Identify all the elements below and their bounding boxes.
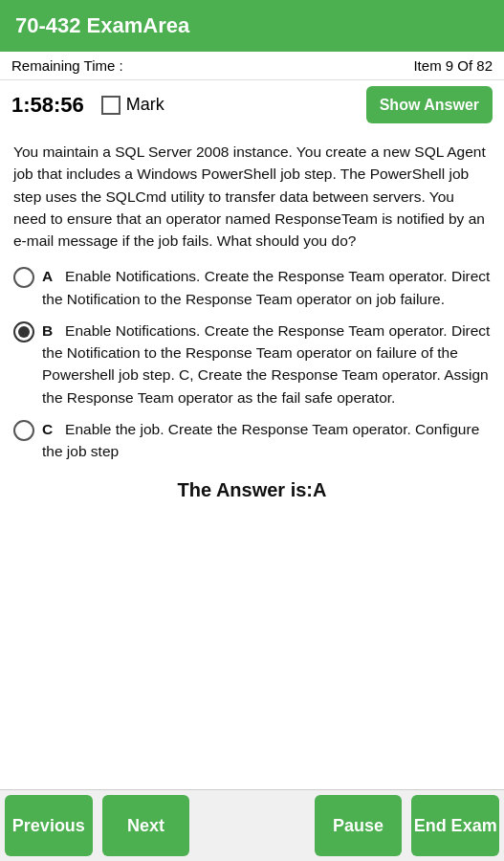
answer-display: The Answer is:A xyxy=(13,475,491,504)
option-b-radio[interactable] xyxy=(13,321,34,342)
mark-label: Mark xyxy=(126,95,164,115)
timer-row: 1:58:56 Mark Show Answer xyxy=(0,80,504,131)
app-title: 70-432 ExamArea xyxy=(15,13,189,37)
option-b-row[interactable]: B Enable Notifications. Create the Respo… xyxy=(13,320,491,408)
option-c-radio[interactable] xyxy=(13,420,34,441)
pause-button[interactable]: Pause xyxy=(315,795,403,856)
mark-row: Mark xyxy=(101,95,164,115)
timer-display: 1:58:56 xyxy=(11,93,84,118)
option-a-radio[interactable] xyxy=(13,267,34,288)
show-answer-button[interactable]: Show Answer xyxy=(366,86,493,123)
app-header: 70-432 ExamArea xyxy=(0,0,504,52)
question-area: You maintain a SQL Server 2008 instance.… xyxy=(0,131,504,789)
option-b-label: B Enable Notifications. Create the Respo… xyxy=(42,320,491,408)
question-text: You maintain a SQL Server 2008 instance.… xyxy=(13,141,491,252)
previous-button[interactable]: Previous xyxy=(5,795,93,856)
spacer xyxy=(199,795,304,856)
option-a-row[interactable]: A Enable Notifications. Create the Respo… xyxy=(13,265,491,310)
next-button[interactable]: Next xyxy=(102,795,190,856)
bottom-nav: Previous Next Pause End Exam xyxy=(0,789,504,861)
end-exam-button[interactable]: End Exam xyxy=(411,795,499,856)
option-c-row[interactable]: C Enable the job. Create the Response Te… xyxy=(13,418,491,463)
item-counter: Item 9 Of 82 xyxy=(413,57,493,74)
meta-bar: Remaining Time : Item 9 Of 82 xyxy=(0,52,504,80)
remaining-time-label: Remaining Time : xyxy=(11,57,123,74)
option-c-label: C Enable the job. Create the Response Te… xyxy=(42,418,491,463)
option-a-label: A Enable Notifications. Create the Respo… xyxy=(42,265,491,310)
mark-checkbox[interactable] xyxy=(101,96,121,115)
